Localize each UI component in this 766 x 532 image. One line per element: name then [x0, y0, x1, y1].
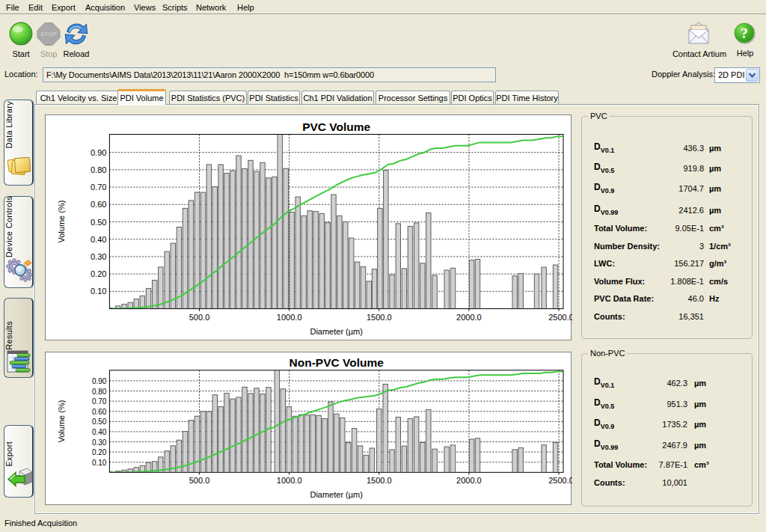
svg-text:Volume (%): Volume (%) — [57, 400, 66, 443]
svg-text:Volume (%): Volume (%) — [57, 201, 66, 243]
svg-text:2500.0: 2500.0 — [548, 476, 572, 485]
svg-text:Non-PVC Volume: Non-PVC Volume — [289, 356, 384, 369]
svg-text:2000.0: 2000.0 — [456, 313, 482, 322]
svg-text:500.0: 500.0 — [189, 476, 210, 485]
svg-text:2500.0: 2500.0 — [548, 313, 572, 322]
svg-text:?: ? — [741, 25, 748, 41]
svg-text:0.30: 0.30 — [91, 252, 106, 261]
svg-text:0.40: 0.40 — [91, 235, 106, 244]
svg-text:1500.0: 1500.0 — [367, 476, 392, 485]
svg-text:0.50: 0.50 — [92, 418, 107, 426]
svg-text:0.70: 0.70 — [91, 183, 106, 192]
svg-text:PVC Volume: PVC Volume — [302, 120, 370, 133]
svg-text:0.70: 0.70 — [92, 397, 107, 406]
svg-text:0.60: 0.60 — [91, 200, 106, 209]
svg-text:0.60: 0.60 — [92, 408, 107, 416]
svg-text:Diameter (µm): Diameter (µm) — [310, 490, 363, 499]
svg-text:0.40: 0.40 — [92, 428, 107, 436]
svg-text:STOP: STOP — [40, 31, 57, 37]
svg-text:0.50: 0.50 — [91, 218, 106, 227]
svg-text:0.80: 0.80 — [92, 388, 107, 396]
svg-text:0.30: 0.30 — [92, 438, 107, 447]
svg-text:0.20: 0.20 — [91, 269, 106, 278]
svg-text:0.90: 0.90 — [92, 377, 107, 385]
svg-text:2000.0: 2000.0 — [456, 476, 482, 485]
svg-text:0.10: 0.10 — [92, 459, 107, 467]
svg-text:0.10: 0.10 — [91, 287, 106, 296]
svg-text:0.90: 0.90 — [91, 148, 106, 157]
svg-text:0.80: 0.80 — [91, 165, 106, 174]
svg-text:500.0: 500.0 — [189, 313, 210, 322]
svg-text:1000.0: 1000.0 — [277, 313, 302, 322]
svg-text:1000.0: 1000.0 — [277, 476, 302, 485]
svg-text:Diameter (µm): Diameter (µm) — [310, 327, 363, 336]
svg-text:0.20: 0.20 — [92, 448, 107, 456]
svg-text:1500.0: 1500.0 — [367, 313, 392, 322]
